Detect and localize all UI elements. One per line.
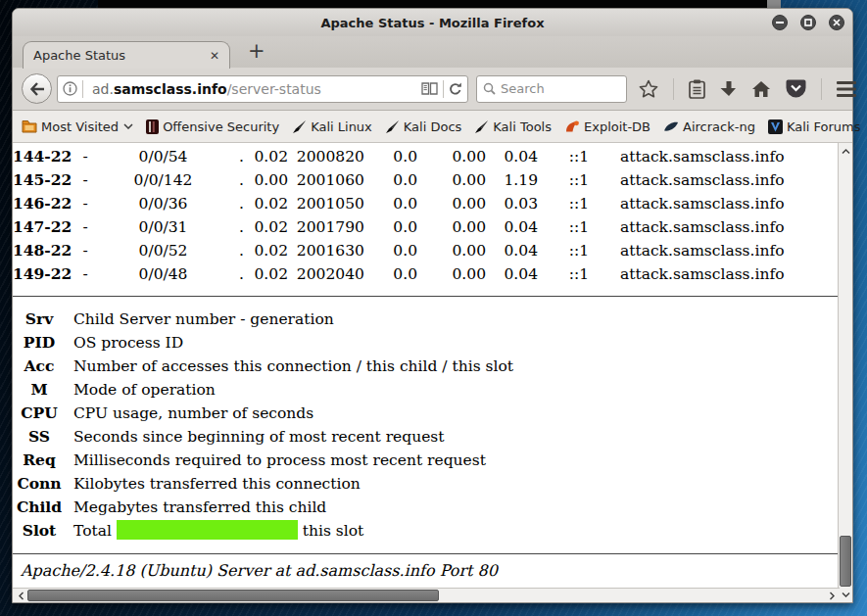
status-cell-m: . [233, 262, 250, 286]
status-cell-slot: 1.19 [486, 168, 538, 192]
status-row: 148-22-0/0/52.0.0220016300.00.000.04::1a… [13, 239, 840, 262]
pocket-icon[interactable] [786, 79, 806, 99]
toolbar-separator-2 [821, 78, 822, 100]
bookmark-kali-linux[interactable]: Kali Linux [292, 119, 372, 134]
close-button[interactable] [829, 15, 844, 30]
legend-term: Srv [13, 308, 66, 331]
horizontal-rule-bottom [13, 553, 840, 554]
tab-close-icon[interactable]: ✕ [210, 50, 219, 62]
minimize-button[interactable] [772, 15, 788, 30]
bookmark-label: Offensive Security [163, 119, 279, 134]
status-cell-conn: 0.0 [369, 262, 417, 286]
status-cell-pid: - [77, 239, 93, 262]
status-cell-srv: 146-22 [13, 192, 77, 215]
status-cell-vhost: attack.samsclass.info [620, 192, 840, 215]
status-row: 146-22-0/0/36.0.0220010500.00.000.03::1a… [13, 192, 840, 215]
back-button[interactable] [22, 73, 52, 104]
status-cell-acc: 0/0/54 [93, 145, 233, 168]
status-cell-req: 0 [355, 239, 369, 262]
status-cell-cpu: 0.02 [250, 239, 288, 262]
bookmark-exploit-db[interactable]: Exploit-DB [564, 119, 650, 134]
status-cell-req: 0 [355, 145, 369, 168]
status-cell-child: 0.00 [417, 192, 486, 215]
legend-term: CPU [13, 402, 66, 425]
legend-row: ConnKilobytes transferred this connectio… [13, 472, 840, 496]
reload-icon[interactable] [449, 82, 462, 96]
legend-term: Acc [13, 355, 66, 378]
legend-description: Kilobytes transferred this connection [66, 475, 361, 493]
scroll-right-icon[interactable] [825, 589, 839, 602]
status-cell-vhost: attack.samsclass.info [620, 215, 840, 239]
status-cell-ss: 200105 [288, 192, 355, 215]
downloads-icon[interactable] [720, 80, 737, 97]
legend-description: CPU usage, number of seconds [66, 404, 313, 422]
bookmark-most-visited[interactable]: Most Visited [22, 119, 133, 134]
search-bar[interactable] [476, 75, 627, 103]
legend-description: Megabytes transferred this child [66, 498, 326, 516]
vertical-scrollbar[interactable] [838, 143, 852, 602]
status-cell-ss: 200106 [288, 168, 355, 192]
legend-term: Req [13, 449, 66, 472]
status-cell-cpu: 0.02 [250, 192, 288, 215]
legend-description: Child Server number - generation [66, 310, 334, 328]
horizontal-scrollbar[interactable] [13, 588, 840, 602]
status-cell-child: 0.00 [417, 215, 486, 239]
status-cell-m: . [233, 192, 250, 215]
folder-icon [22, 119, 37, 133]
status-row: 149-22-0/0/48.0.0220020400.00.000.04::1a… [13, 262, 840, 286]
status-cell-child: 0.00 [417, 168, 486, 192]
legend-row: SSSeconds since beginning of most recent… [13, 425, 840, 449]
status-cell-cpu: 0.00 [250, 168, 288, 192]
url-domain: samsclass.info [114, 81, 227, 97]
status-cell-cpu: 0.02 [250, 145, 288, 168]
toolbar-separator [673, 78, 674, 100]
legend-description: Number of accesses this connection / thi… [66, 357, 513, 375]
browser-viewport: 144-22-0/0/54.0.0220008200.00.000.04::1a… [13, 143, 852, 602]
search-icon [483, 82, 496, 95]
home-icon[interactable] [751, 80, 771, 98]
bookmarks-menu-icon[interactable] [689, 79, 705, 99]
reader-mode-icon[interactable] [421, 82, 438, 95]
bookmark-star-icon[interactable] [639, 79, 658, 98]
bookmark-kali-tools[interactable]: Kali Tools [474, 119, 552, 134]
bookmark-label: Most Visited [41, 119, 119, 134]
horizontal-scrollbar-thumb[interactable] [27, 590, 439, 601]
menu-hamburger-icon[interactable] [837, 81, 856, 97]
kali-dagger-icon [385, 119, 400, 134]
scroll-left-icon[interactable] [14, 589, 27, 602]
window-titlebar[interactable]: Apache Status - Mozilla Firefox [13, 9, 852, 36]
kali-dagger-icon [292, 119, 307, 134]
maximize-button[interactable] [800, 15, 816, 30]
scroll-up-icon[interactable] [839, 144, 852, 158]
status-cell-vhost: attack.samsclass.info [620, 145, 840, 168]
search-input[interactable] [501, 81, 620, 96]
url-text[interactable]: ad.samsclass.info/server-status [92, 81, 421, 97]
tab-apache-status[interactable]: Apache Status ✕ [23, 41, 230, 69]
legend-term: SS [13, 425, 66, 449]
site-info-icon[interactable] [63, 81, 77, 96]
bookmark-label: Kali Forums [787, 119, 861, 134]
bookmark-kali-docs[interactable]: Kali Docs [385, 119, 462, 134]
scroll-down-icon[interactable] [839, 588, 852, 601]
status-cell-conn: 0.0 [369, 192, 417, 215]
bookmark-label: Kali Linux [311, 119, 372, 134]
status-row: 145-22-0/0/142.0.0020010600.00.001.19::1… [13, 168, 840, 192]
horizontal-rule-top [13, 296, 840, 297]
status-cell-pid: - [77, 192, 93, 215]
status-cell-srv: 145-22 [13, 168, 77, 192]
url-bar[interactable]: ad.samsclass.info/server-status [57, 75, 468, 103]
minimize-icon [776, 19, 784, 26]
vertical-scrollbar-thumb[interactable] [840, 536, 851, 587]
status-cell-ss: 200163 [288, 239, 355, 262]
legend-row: AccNumber of accesses this connection / … [13, 355, 840, 378]
new-tab-button[interactable]: + [242, 39, 271, 63]
bookmark-kali-forums[interactable]: Kali Forums [768, 119, 861, 134]
offsec-icon [146, 119, 159, 134]
bookmark-aircrack-ng[interactable]: Aircrack-ng [663, 119, 755, 134]
status-cell-vhost: attack.samsclass.info [620, 262, 840, 286]
status-cell-pid: - [77, 168, 93, 192]
bookmark-offensive-security[interactable]: Offensive Security [146, 119, 279, 134]
firefox-window: Apache Status - Mozilla Firefox Apache S… [12, 8, 853, 603]
bookmark-label: Kali Docs [404, 119, 462, 134]
status-cell-conn: 0.0 [369, 145, 417, 168]
